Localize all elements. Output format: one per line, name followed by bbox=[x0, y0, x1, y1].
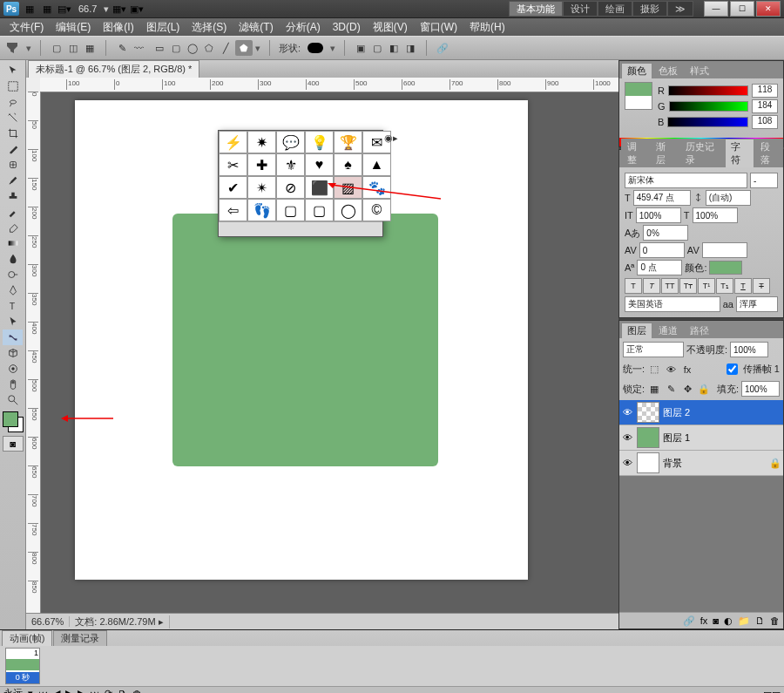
shape-cell[interactable]: ✷ bbox=[247, 131, 276, 153]
healing-tool[interactable] bbox=[3, 157, 23, 173]
char-color-swatch[interactable] bbox=[709, 261, 742, 275]
shape-cell[interactable]: ▲ bbox=[362, 153, 391, 176]
marquee-tool[interactable] bbox=[3, 78, 23, 94]
workspace-tab-design[interactable]: 设计 bbox=[563, 1, 598, 17]
workspace-tab-photography[interactable]: 摄影 bbox=[632, 1, 667, 17]
kerning-input[interactable]: 0% bbox=[643, 225, 688, 241]
input-b[interactable]: 108 bbox=[752, 115, 778, 129]
slider-r[interactable] bbox=[668, 85, 748, 96]
lasso-tool[interactable] bbox=[3, 94, 23, 110]
status-zoom[interactable]: 66.67% bbox=[26, 616, 70, 627]
layer-mask-icon[interactable]: ◙ bbox=[713, 615, 719, 626]
path-select-tool[interactable] bbox=[3, 314, 23, 330]
freeform-pen-icon[interactable]: 〰 bbox=[132, 41, 145, 55]
shape-cell[interactable]: ⇦ bbox=[219, 199, 247, 221]
layer-fx-icon[interactable]: fx bbox=[700, 615, 708, 626]
brush-tool[interactable] bbox=[3, 173, 23, 188]
eyedropper-tool[interactable] bbox=[3, 141, 23, 157]
adjustment-layer-icon[interactable]: ◐ bbox=[724, 615, 733, 627]
timeline-toggle-icon[interactable]: ▭▭ bbox=[763, 688, 781, 693]
roundrect-shape-icon[interactable]: ▢ bbox=[169, 41, 183, 55]
first-frame-icon[interactable]: ⏮ bbox=[38, 689, 48, 694]
lock-position-icon[interactable]: ✥ bbox=[680, 382, 694, 396]
tab-history[interactable]: 历史记录 bbox=[679, 139, 726, 167]
prev-frame-icon[interactable]: ◀ bbox=[53, 688, 60, 693]
pathop-add-icon[interactable]: ▣ bbox=[354, 41, 368, 55]
blend-mode-select[interactable]: 正常 bbox=[623, 342, 684, 357]
ellipse-shape-icon[interactable]: ◯ bbox=[186, 41, 199, 55]
workspace-tab-painting[interactable]: 绘画 bbox=[598, 1, 632, 17]
layer-thumbnail[interactable] bbox=[637, 427, 659, 448]
pathop-intersect-icon[interactable]: ◧ bbox=[387, 41, 401, 55]
status-doc[interactable]: 文档: 2.86M/2.79M ▸ bbox=[70, 615, 169, 628]
menu-select[interactable]: 选择(S) bbox=[186, 20, 233, 35]
layer-group-icon[interactable]: 📁 bbox=[738, 615, 750, 627]
tab-animation[interactable]: 动画(帧) bbox=[2, 630, 52, 646]
tab-paragraph[interactable]: 段落 bbox=[754, 139, 783, 167]
shape-cell[interactable]: 👣 bbox=[247, 199, 276, 221]
bridge-icon[interactable]: ▦ bbox=[23, 2, 37, 16]
shape-cell[interactable]: ▢ bbox=[276, 199, 305, 221]
paths-icon[interactable]: ◫ bbox=[66, 41, 80, 55]
tween-icon[interactable]: ⟳ bbox=[105, 688, 112, 693]
hand-tool[interactable] bbox=[3, 377, 23, 392]
custom-shape-tool[interactable] bbox=[3, 330, 23, 345]
loop-select[interactable]: 永远 bbox=[3, 687, 23, 693]
shape-layers-icon[interactable]: ▢ bbox=[50, 41, 64, 55]
layer-row[interactable]: 👁背景🔒 bbox=[619, 451, 783, 476]
layer-name-label[interactable]: 图层 2 bbox=[663, 406, 690, 419]
shape-cell[interactable]: ⬛ bbox=[305, 176, 334, 199]
shape-cell[interactable]: ✔ bbox=[219, 176, 247, 199]
workspace-tab-essentials[interactable]: 基本功能 bbox=[509, 1, 563, 17]
tab-measurement[interactable]: 测量记录 bbox=[53, 630, 107, 646]
fill-pixels-icon[interactable]: ▦ bbox=[83, 41, 97, 55]
tab-color[interactable]: 颜色 bbox=[621, 63, 652, 78]
menu-3d[interactable]: 3D(D) bbox=[327, 21, 367, 33]
tab-layers[interactable]: 图层 bbox=[621, 323, 652, 338]
layer-name-label[interactable]: 图层 1 bbox=[663, 431, 690, 445]
antialias-select[interactable]: 浑厚 bbox=[736, 296, 778, 312]
layer-thumbnail[interactable] bbox=[637, 452, 659, 473]
last-frame-icon[interactable]: ⏭ bbox=[90, 689, 99, 694]
layer-thumbnail[interactable] bbox=[637, 402, 659, 423]
menu-help[interactable]: 帮助(H) bbox=[463, 20, 511, 35]
opacity-input[interactable]: 100% bbox=[730, 342, 768, 357]
shape-picker-flyout-icon[interactable]: ◉▸ bbox=[384, 132, 398, 144]
tab-channels[interactable]: 通道 bbox=[652, 323, 684, 338]
play-icon[interactable]: ▶ bbox=[65, 688, 72, 693]
gradient-tool[interactable] bbox=[3, 235, 23, 251]
unify-position-icon[interactable]: ⬚ bbox=[647, 363, 661, 377]
ruler-horizontal[interactable]: 100010020030040050060070080090010001100 bbox=[40, 78, 618, 92]
tab-character[interactable]: 字符 bbox=[725, 139, 754, 167]
smallcaps-button[interactable]: Tᴛ bbox=[679, 278, 697, 294]
delete-layer-icon[interactable]: 🗑 bbox=[770, 615, 780, 626]
shape-cell[interactable]: 💡 bbox=[305, 131, 334, 153]
italic-button[interactable]: T bbox=[643, 278, 660, 294]
window-minimize-button[interactable]: — bbox=[704, 1, 728, 17]
window-maximize-button[interactable]: ☐ bbox=[730, 1, 754, 17]
menu-image[interactable]: 图像(I) bbox=[97, 20, 139, 35]
allcaps-button[interactable]: TT bbox=[661, 278, 679, 294]
layer-name-label[interactable]: 背景 bbox=[663, 457, 682, 470]
shape-cell[interactable]: 🏆 bbox=[334, 131, 362, 153]
pathop-exclude-icon[interactable]: ◨ bbox=[403, 41, 417, 55]
tracking-input[interactable]: 0 bbox=[639, 242, 685, 258]
layer-visibility-icon[interactable]: 👁 bbox=[621, 457, 633, 469]
shape-cell[interactable]: © bbox=[362, 199, 391, 221]
viewextras-icon[interactable]: ▤▾ bbox=[57, 2, 71, 16]
shape-cell[interactable]: ◯ bbox=[334, 199, 362, 221]
type-tool[interactable]: T bbox=[3, 298, 23, 314]
shape-cell[interactable]: ⚜ bbox=[276, 153, 305, 176]
tab-adjust[interactable]: 调整 bbox=[621, 139, 650, 167]
language-select[interactable]: 美国英语 bbox=[625, 296, 720, 312]
workspace-tab-more[interactable]: ≫ bbox=[667, 1, 693, 17]
tab-gradient[interactable]: 渐层 bbox=[650, 139, 679, 167]
shape-cell[interactable]: ✴ bbox=[247, 176, 276, 199]
rect-shape-icon[interactable]: ▭ bbox=[152, 41, 166, 55]
current-shape-preview[interactable] bbox=[308, 43, 323, 53]
unify-style-icon[interactable]: fx bbox=[680, 363, 694, 377]
input-r[interactable]: 118 bbox=[752, 84, 778, 98]
window-close-button[interactable]: ✕ bbox=[756, 1, 781, 17]
superscript-button[interactable]: T¹ bbox=[698, 278, 715, 294]
pen-tool[interactable] bbox=[3, 282, 23, 298]
